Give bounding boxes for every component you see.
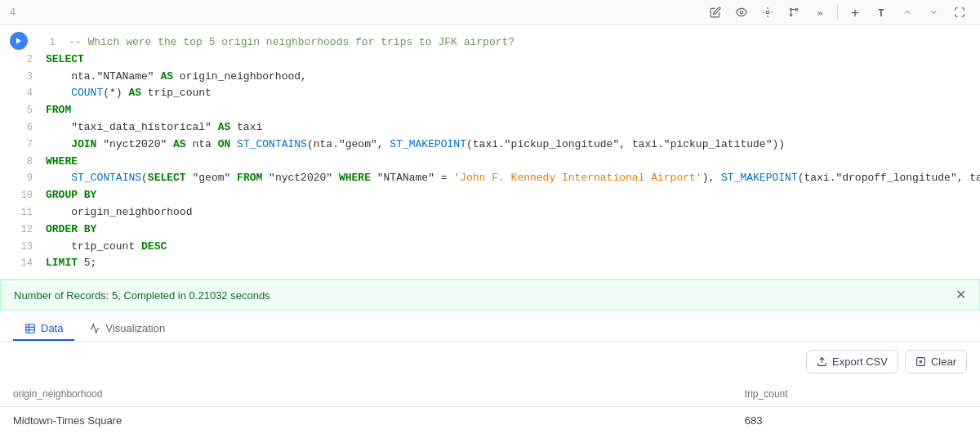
run-button[interactable]: [10, 32, 28, 50]
results-toolbar: Export CSV Clear: [0, 342, 980, 382]
export-csv-label: Export CSV: [832, 356, 888, 368]
code-line-6: 6 "taxi_data_historical" AS taxi: [0, 119, 980, 136]
text-icon[interactable]: T: [871, 2, 892, 23]
code-line-5: 5 FROM: [0, 102, 980, 119]
code-line-13: 13 trip_count DESC: [0, 239, 980, 256]
branch-icon[interactable]: [783, 2, 804, 23]
table-row: Midtown-Times Square683: [0, 407, 980, 434]
chart-icon: [89, 323, 100, 334]
success-message: Number of Records: 5, Completed in 0.210…: [14, 289, 270, 302]
toolbar-divider-1: [837, 5, 838, 20]
data-table-container: origin_neighborhood trip_count Midtown-T…: [0, 382, 980, 434]
clear-label: Clear: [931, 356, 956, 368]
svg-marker-5: [16, 38, 21, 44]
tabs-row: Data Visualization: [0, 311, 980, 342]
cell-trip-count: 683: [732, 407, 980, 434]
code-line-8: 8 WHERE: [0, 154, 980, 171]
plus-icon[interactable]: +: [844, 2, 866, 23]
export-icon: [817, 356, 827, 367]
column-header-trips: trip_count: [732, 382, 980, 407]
location-icon[interactable]: [757, 2, 778, 23]
results-table: origin_neighborhood trip_count Midtown-T…: [0, 382, 980, 434]
code-line-14: 14 LIMIT 5;: [0, 255, 980, 272]
table-icon: [24, 323, 36, 334]
svg-rect-6: [26, 324, 35, 333]
line-number-indicator: 4: [10, 7, 16, 18]
export-csv-button[interactable]: Export CSV: [806, 350, 898, 374]
tab-visualization-label: Visualization: [105, 322, 165, 334]
tab-visualization[interactable]: Visualization: [78, 317, 176, 341]
svg-point-1: [766, 11, 769, 14]
code-line-4: 4 COUNT(*) AS trip_count: [0, 85, 980, 102]
code-line-9: 9 ST_CONTAINS(SELECT "geom" FROM "nyct20…: [0, 170, 980, 187]
table-header-row: origin_neighborhood trip_count: [0, 382, 980, 407]
success-close-icon[interactable]: ✕: [956, 289, 966, 302]
chevron-down-icon[interactable]: [923, 2, 944, 23]
code-line-1: 1 -- Which were the top 5 origin neighbo…: [0, 32, 980, 51]
code-line-2: 2 SELECT: [0, 51, 980, 69]
tab-data[interactable]: Data: [13, 317, 74, 341]
cell-origin-neighborhood: Midtown-Times Square: [0, 407, 732, 434]
svg-point-2: [790, 8, 791, 10]
expand-icon[interactable]: »: [809, 2, 831, 23]
eye-icon[interactable]: [731, 2, 752, 23]
svg-point-3: [790, 14, 791, 16]
success-bar: Number of Records: 5, Completed in 0.210…: [0, 280, 980, 311]
clear-icon: [915, 356, 926, 367]
clear-button[interactable]: Clear: [905, 350, 967, 374]
code-line-11: 11 origin_neighborhood: [0, 204, 980, 221]
maximize-icon[interactable]: [949, 2, 970, 23]
chevron-up-icon[interactable]: [897, 2, 918, 23]
code-line-10: 10 GROUP BY: [0, 187, 980, 204]
column-header-origin: origin_neighborhood: [0, 382, 732, 407]
code-line-3: 3 nta."NTAName" AS origin_neighborhood,: [0, 69, 980, 86]
code-line-12: 12 ORDER BY: [0, 221, 980, 239]
pencil-icon[interactable]: [705, 2, 726, 23]
code-editor: 1 -- Which were the top 5 origin neighbo…: [0, 25, 980, 280]
svg-point-0: [740, 11, 743, 14]
tab-data-label: Data: [41, 322, 63, 334]
code-line-7: 7 JOIN "nyct2020" AS nta ON ST_CONTAINS(…: [0, 136, 980, 154]
